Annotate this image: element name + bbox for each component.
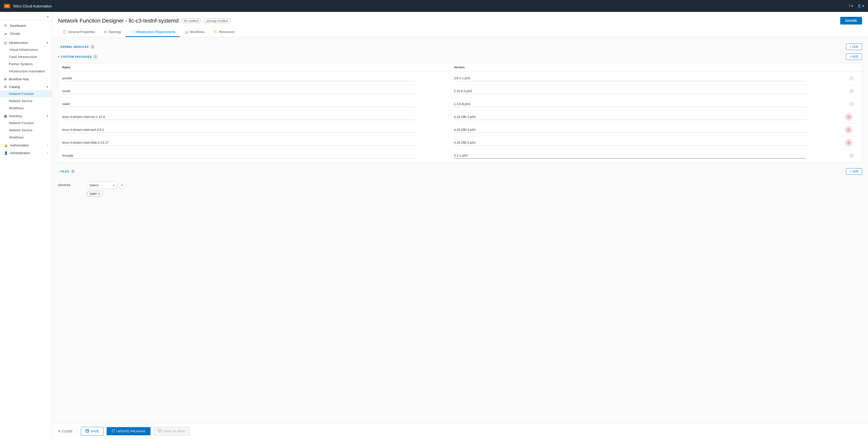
custom-packages-title: CUSTOM PACKAGES [61,55,92,58]
delete-circle-icon [847,128,850,132]
package-delete-button[interactable] [845,88,858,94]
package-version-input[interactable] [454,75,806,81]
custom-packages-count: 7 [93,55,98,59]
delete-circle-icon [847,141,850,144]
sidebar-group-catalog[interactable]: ☰ Catalog ▾ [0,82,52,90]
update-icon [112,429,115,433]
services-row: Services Select stalld tuned pciutils [58,178,862,200]
sidebar-item-caas-infrastructure[interactable]: CaaS Infrastructure [0,53,52,61]
close-button[interactable]: ✕ CLOSE [58,429,73,433]
kernel-modules-title-row[interactable]: › KERNEL MODULES 1 [58,44,95,49]
package-version-input[interactable] [454,153,806,159]
share-button[interactable]: SHARE [840,17,862,25]
chevron-down-icon: ▾ [46,115,48,117]
save-button[interactable]: SAVE [81,427,104,436]
sidebar-item-inventory-network-function[interactable]: Network Function [0,120,52,127]
tab-infrastructure-requirements[interactable]: 📄 Infrastructure Requirements [125,28,180,37]
services-add-circle-button[interactable]: + [119,182,125,189]
sidebar-item-infrastructure-automation[interactable]: Infrastructure Automation [0,68,52,75]
sidebar-item-dashboard[interactable]: ⊞ Dashboard [0,22,52,30]
package-version-input[interactable] [454,114,806,120]
sidebar-item-inventory-network-service[interactable]: Network Service [0,127,52,134]
table-row [58,123,862,136]
sidebar-item-label: Clouds [10,32,20,35]
help-icon[interactable]: ? ▾ [848,4,853,8]
content-area: Network Function Designer - llc-c3-testn… [52,12,868,439]
tab-resources[interactable]: 📁 Resources [209,28,239,37]
footer-bar: ✕ CLOSE SAVE UPDATE PACKAGE SAVE [52,423,868,439]
sidebar-group-infrastructure[interactable]: ◫ Infrastructure ▾ [0,38,52,46]
services-select[interactable]: Select stalld tuned pciutils [87,181,117,189]
footer-divider [76,428,77,434]
service-tag-remove-button[interactable]: ⊗ [98,192,100,196]
services-controls: Select stalld tuned pciutils + stalld [87,181,125,197]
infra-req-tab-icon: 📄 [130,30,134,34]
package-delete-button[interactable] [845,114,852,120]
sidebar-group-authorization[interactable]: 🔒 Authorization › [0,141,52,149]
tab-topology[interactable]: ⊞ Topology [99,28,125,37]
package-version-input[interactable] [454,88,806,94]
sidebar-group-inventory[interactable]: ▦ Inventory ▾ [0,112,52,120]
package-name-input[interactable] [62,114,415,120]
custom-packages-title-row[interactable]: ▾ CUSTOM PACKAGES 7 [58,55,98,59]
sidebar-group-administration[interactable]: 👤 Administration › [0,149,52,156]
custom-packages-section: ▾ CUSTOM PACKAGES 7 + ADD Name Version [58,54,862,162]
package-delete-button[interactable] [845,75,858,81]
page-title: Network Function Designer - llc-c3-testn… [58,18,179,24]
services-label: Services [58,181,83,187]
sidebar: « ⊞ Dashboard ☁ Clouds ◫ Infrastructure … [0,12,52,439]
main-content: › KERNEL MODULES 1 + ADD ▾ CUSTOM PACKAG… [52,37,868,423]
save-as-new-button: SAVE AS NEW [154,427,190,436]
sidebar-item-catalog-network-service[interactable]: Network Service [0,97,52,105]
files-title-row[interactable]: › FILES 2 [58,169,75,174]
save-icon [86,429,89,433]
delete-circle-icon [850,154,854,158]
sidebar-item-partner-systems[interactable]: Partner Systems [0,61,52,68]
package-name-input[interactable] [62,140,415,146]
dashboard-icon: ⊞ [4,24,8,28]
package-name-input[interactable] [62,88,415,94]
update-package-button[interactable]: UPDATE PACKAGE [106,427,151,435]
package-name-input[interactable] [62,153,415,159]
files-count: 2 [71,169,75,174]
files-title: FILES [61,170,69,173]
sidebar-item-catalog-network-function[interactable]: Network Function [0,90,52,97]
package-version-input[interactable] [454,101,806,107]
sidebar-item-virtual-infrastructure[interactable]: Virtual Infrastructure [0,46,52,53]
kernel-modules-chevron-icon: › [58,45,59,48]
sidebar-collapse-button[interactable]: « [46,14,49,19]
workflow-hub-icon: ⊕ [4,77,7,81]
package-name-input[interactable] [62,127,415,133]
files-add-button[interactable]: + ADD [846,168,862,175]
package-name-input[interactable] [62,75,415,81]
package-name-input[interactable] [62,101,415,107]
package-delete-button[interactable] [845,139,852,146]
package-delete-button[interactable] [845,153,858,159]
table-row [58,85,862,98]
sidebar-item-label: Dashboard [10,24,26,28]
kernel-modules-add-button[interactable]: + ADD [846,44,862,50]
package-modified-badge: package modified [204,19,230,23]
package-version-input[interactable] [454,127,806,133]
kernel-modules-section: › KERNEL MODULES 1 + ADD [58,42,862,52]
workflows-tab-icon: 📊 [184,30,188,34]
package-version-input[interactable] [454,140,806,146]
tab-general-properties[interactable]: 📋 General Properties [58,28,99,37]
user-icon[interactable]: 👤 ▾ [857,4,864,8]
sidebar-item-catalog-workflows[interactable]: Workflows [0,105,52,112]
custom-packages-header: ▾ CUSTOM PACKAGES 7 + ADD [58,54,862,60]
resources-tab-icon: 📁 [214,30,217,34]
custom-packages-add-button[interactable]: + ADD [846,54,862,60]
package-delete-button[interactable] [845,101,858,107]
sidebar-group-workflow-hub[interactable]: ⊕ Workflow Hub [0,75,52,82]
close-icon: ✕ [58,429,61,433]
sidebar-item-inventory-workflows[interactable]: Workflows [0,134,52,141]
sidebar-item-clouds[interactable]: ☁ Clouds [0,30,52,37]
name-column-header: Name [62,66,454,69]
tab-workflows[interactable]: 📊 Workflows [180,28,209,37]
kernel-modules-count: 1 [90,44,95,49]
table-row [58,72,862,85]
package-delete-button[interactable] [845,127,852,133]
files-header: › FILES 2 + ADD [58,168,862,175]
delete-circle-icon [850,76,854,80]
